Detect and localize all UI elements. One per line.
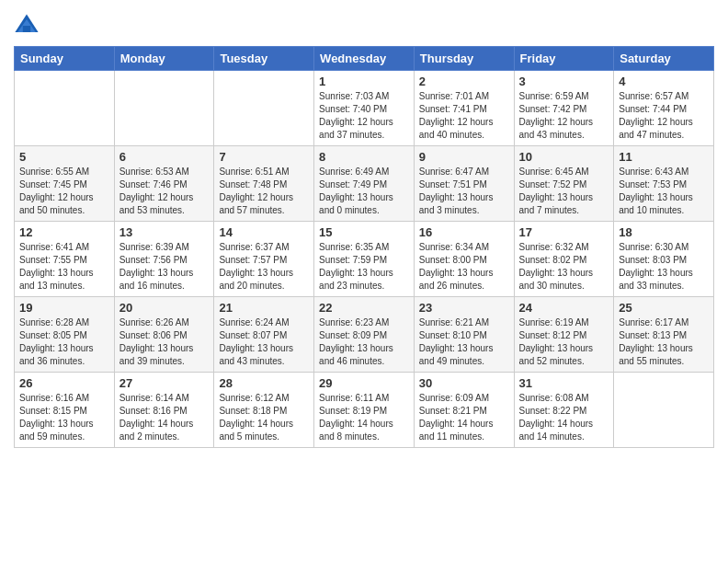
calendar-cell: 1Sunrise: 7:03 AM Sunset: 7:40 PM Daylig… [314,71,415,146]
logo [14,13,43,39]
day-info: Sunrise: 6:24 AM Sunset: 8:07 PM Dayligh… [219,316,309,368]
calendar-week-4: 19Sunrise: 6:28 AM Sunset: 8:05 PM Dayli… [15,297,714,373]
calendar-cell: 31Sunrise: 6:08 AM Sunset: 8:22 PM Dayli… [514,373,614,448]
calendar-cell: 22Sunrise: 6:23 AM Sunset: 8:09 PM Dayli… [314,297,415,373]
calendar-cell: 20Sunrise: 6:26 AM Sunset: 8:06 PM Dayli… [114,297,214,373]
day-info: Sunrise: 6:08 AM Sunset: 8:22 PM Dayligh… [519,392,609,443]
day-info: Sunrise: 6:47 AM Sunset: 7:51 PM Dayligh… [419,166,509,217]
day-number: 2 [419,75,509,88]
calendar-week-3: 12Sunrise: 6:41 AM Sunset: 7:55 PM Dayli… [15,222,714,297]
day-info: Sunrise: 6:41 AM Sunset: 7:55 PM Dayligh… [19,241,109,293]
weekday-thursday: Thursday [414,47,514,71]
day-number: 25 [619,301,709,315]
day-info: Sunrise: 6:32 AM Sunset: 8:02 PM Dayligh… [519,241,609,293]
day-info: Sunrise: 6:53 AM Sunset: 7:46 PM Dayligh… [119,166,210,217]
page: SundayMondayTuesdayWednesdayThursdayFrid… [0,0,728,462]
day-info: Sunrise: 6:14 AM Sunset: 8:16 PM Dayligh… [119,392,210,443]
calendar-cell [15,71,115,146]
calendar-cell: 28Sunrise: 6:12 AM Sunset: 8:18 PM Dayli… [214,373,314,448]
day-number: 23 [419,301,509,315]
day-info: Sunrise: 6:49 AM Sunset: 7:49 PM Dayligh… [319,166,409,217]
day-number: 28 [219,376,309,390]
day-info: Sunrise: 6:37 AM Sunset: 7:57 PM Dayligh… [219,241,309,293]
day-info: Sunrise: 6:23 AM Sunset: 8:09 PM Dayligh… [319,316,409,368]
day-number: 6 [119,150,210,164]
day-number: 12 [19,225,109,239]
day-number: 30 [419,376,509,390]
day-number: 3 [519,75,609,88]
day-number: 24 [519,301,609,315]
calendar-cell: 15Sunrise: 6:35 AM Sunset: 7:59 PM Dayli… [314,222,415,297]
day-number: 7 [219,150,309,164]
day-number: 22 [319,301,409,315]
day-info: Sunrise: 7:03 AM Sunset: 7:40 PM Dayligh… [319,90,409,142]
day-info: Sunrise: 6:19 AM Sunset: 8:12 PM Dayligh… [519,316,609,368]
header [14,9,714,39]
calendar-cell: 10Sunrise: 6:45 AM Sunset: 7:52 PM Dayli… [514,146,614,222]
day-number: 9 [419,150,509,164]
calendar-cell: 23Sunrise: 6:21 AM Sunset: 8:10 PM Dayli… [414,297,514,373]
calendar-week-5: 26Sunrise: 6:16 AM Sunset: 8:15 PM Dayli… [15,373,714,448]
calendar-cell: 13Sunrise: 6:39 AM Sunset: 7:56 PM Dayli… [114,222,214,297]
day-info: Sunrise: 6:16 AM Sunset: 8:15 PM Dayligh… [19,392,109,443]
calendar-cell: 9Sunrise: 6:47 AM Sunset: 7:51 PM Daylig… [414,146,514,222]
day-info: Sunrise: 7:01 AM Sunset: 7:41 PM Dayligh… [419,90,509,142]
day-info: Sunrise: 6:55 AM Sunset: 7:45 PM Dayligh… [19,166,109,217]
calendar-week-1: 1Sunrise: 7:03 AM Sunset: 7:40 PM Daylig… [15,71,714,146]
calendar: SundayMondayTuesdayWednesdayThursdayFrid… [14,46,714,448]
calendar-cell: 18Sunrise: 6:30 AM Sunset: 8:03 PM Dayli… [614,222,714,297]
weekday-friday: Friday [514,47,614,71]
day-number: 16 [419,225,509,239]
day-info: Sunrise: 6:12 AM Sunset: 8:18 PM Dayligh… [219,392,309,443]
calendar-cell: 12Sunrise: 6:41 AM Sunset: 7:55 PM Dayli… [15,222,115,297]
day-info: Sunrise: 6:59 AM Sunset: 7:42 PM Dayligh… [519,90,609,142]
day-number: 1 [319,75,409,88]
calendar-cell: 30Sunrise: 6:09 AM Sunset: 8:21 PM Dayli… [414,373,514,448]
day-number: 10 [519,150,609,164]
calendar-cell: 6Sunrise: 6:53 AM Sunset: 7:46 PM Daylig… [114,146,214,222]
day-number: 20 [119,301,210,315]
day-number: 13 [119,225,210,239]
day-number: 26 [19,376,109,390]
day-info: Sunrise: 6:30 AM Sunset: 8:03 PM Dayligh… [619,241,709,293]
calendar-week-2: 5Sunrise: 6:55 AM Sunset: 7:45 PM Daylig… [15,146,714,222]
day-info: Sunrise: 6:43 AM Sunset: 7:53 PM Dayligh… [619,166,709,217]
day-info: Sunrise: 6:45 AM Sunset: 7:52 PM Dayligh… [519,166,609,217]
day-number: 8 [319,150,409,164]
day-info: Sunrise: 6:09 AM Sunset: 8:21 PM Dayligh… [419,392,509,443]
day-info: Sunrise: 6:28 AM Sunset: 8:05 PM Dayligh… [19,316,109,368]
calendar-cell: 16Sunrise: 6:34 AM Sunset: 8:00 PM Dayli… [414,222,514,297]
calendar-cell: 14Sunrise: 6:37 AM Sunset: 7:57 PM Dayli… [214,222,314,297]
weekday-header-row: SundayMondayTuesdayWednesdayThursdayFrid… [15,47,714,71]
calendar-cell: 26Sunrise: 6:16 AM Sunset: 8:15 PM Dayli… [15,373,115,448]
weekday-monday: Monday [114,47,214,71]
day-info: Sunrise: 6:35 AM Sunset: 7:59 PM Dayligh… [319,241,409,293]
logo-icon [14,13,40,39]
calendar-cell [114,71,214,146]
calendar-cell: 5Sunrise: 6:55 AM Sunset: 7:45 PM Daylig… [15,146,115,222]
calendar-cell: 2Sunrise: 7:01 AM Sunset: 7:41 PM Daylig… [414,71,514,146]
day-number: 18 [619,225,709,239]
calendar-cell: 17Sunrise: 6:32 AM Sunset: 8:02 PM Dayli… [514,222,614,297]
day-info: Sunrise: 6:39 AM Sunset: 7:56 PM Dayligh… [119,241,210,293]
day-info: Sunrise: 6:21 AM Sunset: 8:10 PM Dayligh… [419,316,509,368]
calendar-cell: 21Sunrise: 6:24 AM Sunset: 8:07 PM Dayli… [214,297,314,373]
day-number: 17 [519,225,609,239]
day-info: Sunrise: 6:51 AM Sunset: 7:48 PM Dayligh… [219,166,309,217]
calendar-cell: 27Sunrise: 6:14 AM Sunset: 8:16 PM Dayli… [114,373,214,448]
day-number: 11 [619,150,709,164]
weekday-tuesday: Tuesday [214,47,314,71]
calendar-cell [614,373,714,448]
day-number: 21 [219,301,309,315]
calendar-cell: 8Sunrise: 6:49 AM Sunset: 7:49 PM Daylig… [314,146,415,222]
calendar-cell: 4Sunrise: 6:57 AM Sunset: 7:44 PM Daylig… [614,71,714,146]
day-number: 14 [219,225,309,239]
day-info: Sunrise: 6:26 AM Sunset: 8:06 PM Dayligh… [119,316,210,368]
day-info: Sunrise: 6:11 AM Sunset: 8:19 PM Dayligh… [319,392,409,443]
calendar-cell: 3Sunrise: 6:59 AM Sunset: 7:42 PM Daylig… [514,71,614,146]
weekday-saturday: Saturday [614,47,714,71]
calendar-cell: 25Sunrise: 6:17 AM Sunset: 8:13 PM Dayli… [614,297,714,373]
calendar-cell [214,71,314,146]
weekday-sunday: Sunday [15,47,115,71]
calendar-cell: 11Sunrise: 6:43 AM Sunset: 7:53 PM Dayli… [614,146,714,222]
